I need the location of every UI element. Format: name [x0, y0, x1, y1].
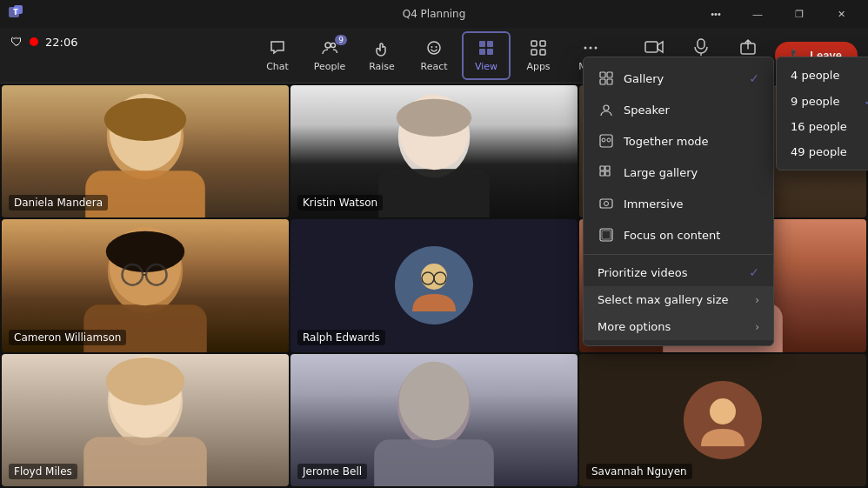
chat-button[interactable]: Chat: [253, 31, 302, 80]
raise-button[interactable]: Raise: [357, 31, 406, 80]
size-9-item[interactable]: 9 people ✓: [777, 88, 868, 114]
app-logo: T: [7, 3, 24, 24]
svg-point-18: [595, 46, 598, 49]
svg-rect-69: [600, 199, 612, 208]
svg-rect-12: [531, 41, 537, 46]
savannah-avatar: [684, 381, 762, 459]
svg-point-52: [106, 358, 184, 405]
menu-item-focus[interactable]: Focus on content: [584, 219, 773, 251]
more-options-button[interactable]: •••: [696, 0, 736, 28]
menu-item-gallery[interactable]: Gallery ✓: [584, 63, 773, 94]
svg-rect-8: [479, 41, 485, 47]
svg-point-64: [607, 138, 611, 142]
window-title: Q4 Planning: [403, 8, 466, 20]
menu-item-more-options[interactable]: More options ›: [584, 313, 773, 340]
video-cell-savannah: Savannah Nguyen: [579, 354, 866, 486]
floyd-name: Floyd Miles: [9, 464, 77, 479]
svg-rect-28: [378, 169, 490, 217]
video-cell-kristin: Kristin Watson: [290, 85, 578, 217]
svg-rect-20: [698, 39, 704, 49]
svg-rect-66: [605, 166, 610, 170]
svg-point-16: [584, 46, 587, 49]
react-icon: [425, 39, 443, 59]
svg-rect-10: [479, 49, 485, 55]
together-icon: [598, 132, 615, 150]
title-bar: T Q4 Planning ••• — ❐ ✕: [0, 0, 868, 28]
cameron-name: Cameron Williamson: [9, 330, 126, 345]
menu-item-together[interactable]: Together mode: [584, 125, 773, 157]
menu-item-prioritize[interactable]: Prioritize videos ✓: [584, 258, 773, 286]
chat-icon: [269, 39, 286, 59]
svg-rect-65: [600, 166, 604, 170]
video-cell-jerome: Jerome Bell: [290, 354, 578, 486]
svg-rect-59: [600, 79, 605, 84]
view-icon: [477, 39, 495, 59]
svg-rect-60: [607, 79, 612, 84]
immersive-icon: [598, 195, 615, 212]
svg-point-3: [325, 43, 331, 48]
daniela-name: Daniela Mandera: [9, 195, 108, 211]
prioritize-check: ✓: [749, 265, 759, 279]
menu-item-immersive[interactable]: Immersive: [584, 188, 773, 219]
gallery-size-arrow: ›: [755, 294, 759, 306]
svg-text:T: T: [13, 9, 18, 17]
toolbar-items: Chat People 9 Raise: [253, 31, 615, 80]
camera-icon: [644, 39, 664, 58]
size-4-item[interactable]: 4 people: [777, 63, 868, 88]
svg-rect-50: [83, 437, 207, 486]
mic-icon: [693, 38, 709, 59]
large-gallery-icon: [598, 164, 615, 181]
svg-point-37: [106, 231, 184, 272]
gallery-size-submenu: 4 people 9 people ✓ 16 people 49 people: [776, 57, 868, 170]
svg-point-26: [104, 98, 186, 141]
menu-divider: [584, 254, 773, 255]
gallery-check: ✓: [749, 71, 759, 85]
svg-point-70: [604, 202, 609, 206]
svg-point-63: [602, 138, 605, 142]
size-9-check: ✓: [864, 94, 868, 108]
menu-item-gallery-size[interactable]: Select max gallery size ›: [584, 286, 773, 313]
menu-item-large-gallery[interactable]: Large gallery: [584, 157, 773, 188]
close-button[interactable]: ✕: [821, 0, 861, 28]
people-button[interactable]: People 9: [305, 31, 354, 80]
size-49-item[interactable]: 49 people: [777, 139, 868, 164]
svg-point-56: [710, 398, 736, 424]
menu-item-speaker[interactable]: Speaker: [584, 94, 773, 125]
svg-rect-24: [85, 170, 205, 217]
svg-rect-72: [602, 231, 611, 239]
video-cell-daniela: Daniela Mandera: [2, 85, 289, 217]
svg-rect-58: [607, 72, 612, 77]
svg-point-5: [428, 42, 440, 54]
svg-point-4: [331, 43, 336, 47]
raise-icon: [373, 39, 391, 59]
svg-point-55: [399, 362, 470, 440]
minimize-button[interactable]: —: [738, 0, 778, 28]
svg-rect-9: [487, 41, 493, 47]
speaker-icon: [598, 101, 615, 118]
video-cell-ralph: Ralph Edwards: [290, 219, 578, 351]
svg-rect-54: [374, 439, 494, 486]
svg-point-30: [397, 99, 471, 137]
people-badge: 9: [335, 35, 347, 45]
apps-button[interactable]: Apps: [514, 31, 563, 80]
gallery-icon: [598, 70, 615, 87]
svg-point-17: [590, 46, 592, 49]
ralph-avatar: [395, 246, 473, 324]
status-bar: 🛡 22:06: [0, 28, 88, 56]
savannah-name: Savannah Nguyen: [586, 464, 692, 479]
maximize-button[interactable]: ❐: [779, 0, 819, 28]
svg-rect-13: [540, 41, 545, 46]
svg-rect-67: [600, 171, 604, 176]
size-16-item[interactable]: 16 people: [777, 114, 868, 139]
focus-icon: [598, 226, 615, 244]
kristin-name: Kristin Watson: [297, 195, 383, 211]
view-button[interactable]: View: [462, 31, 511, 80]
jerome-name: Jerome Bell: [297, 464, 367, 479]
more-options-arrow: ›: [755, 321, 759, 333]
shield-icon: 🛡: [10, 35, 23, 49]
react-button[interactable]: React: [410, 31, 458, 80]
time-display: 22:06: [45, 36, 77, 49]
svg-rect-14: [531, 50, 537, 55]
svg-point-7: [436, 46, 437, 48]
video-cell-cameron: Cameron Williamson: [2, 219, 289, 351]
